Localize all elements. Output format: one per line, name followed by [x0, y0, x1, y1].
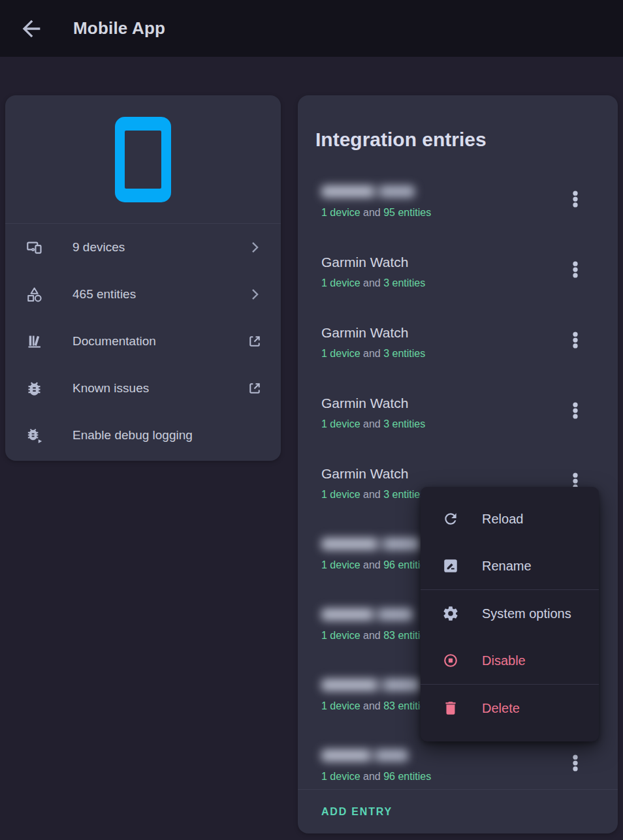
entry-menu-button[interactable]	[562, 397, 588, 424]
redacted-entry-name	[321, 679, 421, 691]
redacted-entry-name	[321, 608, 413, 621]
entry-devices-link[interactable]: 1 device	[321, 771, 360, 782]
info-item-label: Documentation	[72, 334, 246, 349]
info-item-bookshelf[interactable]: Documentation	[5, 318, 281, 365]
bug-play-icon	[25, 427, 43, 444]
redacted-entry-name	[321, 538, 421, 550]
entry-devices-link[interactable]: 1 device	[321, 630, 360, 641]
info-item-bug-play[interactable]: Enable debug logging	[5, 412, 281, 459]
entry-menu-button[interactable]	[562, 186, 588, 212]
entry-subtitle: 1 device and 95 entities	[321, 206, 559, 219]
entry-entities-link[interactable]: 3 entities	[383, 348, 425, 359]
info-item-bug[interactable]: Known issues	[5, 365, 281, 412]
integration-info-card: 9 devices 465 entities Documentation Kno…	[5, 95, 281, 461]
info-item-devices[interactable]: 9 devices	[5, 224, 281, 271]
entry-entities-link[interactable]: 96 entities	[383, 771, 431, 782]
entry-name	[321, 183, 559, 200]
entry-entities-link[interactable]: 95 entities	[383, 207, 431, 218]
dots-vertical-icon	[566, 189, 585, 209]
info-item-label: 465 entities	[72, 287, 246, 302]
entry-context-menu: Reload Rename System options Disable Del…	[421, 487, 599, 741]
context-menu-item-disable[interactable]: Disable	[421, 637, 599, 684]
delete-icon	[442, 700, 459, 717]
devices-icon	[25, 239, 43, 257]
shapes-icon	[25, 286, 43, 303]
entry-subtitle-joiner: and	[360, 700, 384, 711]
entry-subtitle-joiner: and	[360, 489, 384, 500]
dots-vertical-icon	[566, 753, 585, 773]
arrow-left-icon	[18, 16, 44, 42]
entry-subtitle: 1 device and 3 entities	[321, 347, 559, 360]
entry-subtitle-joiner: and	[360, 559, 384, 570]
reload-icon	[442, 510, 459, 527]
back-button[interactable]	[18, 16, 44, 42]
entry-entities-link[interactable]: 3 entities	[383, 489, 425, 500]
entry-menu-button[interactable]	[562, 257, 588, 283]
chevron-right-icon	[246, 239, 263, 256]
entry-name: Garmin Watch	[321, 254, 559, 271]
entry-subtitle-joiner: and	[360, 418, 384, 429]
integration-logo-area	[5, 95, 281, 224]
chevron-right-icon	[246, 286, 263, 303]
context-menu-item-label: System options	[482, 606, 571, 621]
context-menu-item-system-options[interactable]: System options	[421, 590, 599, 637]
stop-circle-icon	[442, 652, 459, 669]
redacted-entry-name	[321, 749, 408, 762]
info-link-list: 9 devices 465 entities Documentation Kno…	[5, 224, 281, 459]
rename-box-icon	[442, 557, 459, 574]
entry-subtitle-joiner: and	[360, 630, 384, 641]
integration-entry-row[interactable]: 1 device and 95 entities	[298, 170, 618, 240]
context-menu-item-label: Disable	[482, 653, 526, 668]
info-item-label: Enable debug logging	[72, 428, 263, 443]
info-item-shapes[interactable]: 465 entities	[5, 271, 281, 318]
entry-name: Garmin Watch	[321, 465, 559, 482]
dots-vertical-icon	[566, 401, 585, 420]
context-menu-item-label: Delete	[482, 701, 520, 716]
entry-entities-link[interactable]: 3 entities	[383, 418, 425, 429]
integration-entry-row[interactable]: Garmin Watch 1 device and 3 entities	[298, 311, 618, 381]
entry-devices-link[interactable]: 1 device	[321, 207, 360, 218]
entry-menu-button[interactable]	[562, 750, 588, 776]
context-menu-item-reload[interactable]: Reload	[421, 495, 599, 542]
entry-name: Garmin Watch	[321, 395, 559, 412]
entry-devices-link[interactable]: 1 device	[321, 277, 360, 288]
integration-entry-row[interactable]: Garmin Watch 1 device and 3 entities	[298, 240, 618, 311]
entry-subtitle: 1 device and 3 entities	[321, 277, 559, 290]
entry-name: Garmin Watch	[321, 324, 559, 341]
entry-menu-button[interactable]	[562, 327, 588, 353]
entry-subtitle-joiner: and	[360, 771, 384, 782]
dots-vertical-icon	[566, 330, 585, 350]
context-menu-item-rename[interactable]: Rename	[421, 542, 599, 589]
open-in-new-icon	[246, 333, 263, 350]
context-menu-item-label: Reload	[482, 512, 523, 527]
info-item-label: Known issues	[72, 381, 246, 396]
entry-subtitle-joiner: and	[360, 207, 384, 218]
entry-subtitle-joiner: and	[360, 277, 384, 288]
add-entry-button[interactable]: ADD ENTRY	[321, 806, 392, 818]
cog-icon	[442, 605, 459, 622]
entries-card-footer: ADD ENTRY	[298, 789, 618, 833]
cellphone-icon	[115, 117, 171, 202]
open-in-new-icon	[246, 380, 263, 397]
bookshelf-icon	[25, 333, 43, 350]
context-menu-item-label: Rename	[482, 559, 532, 574]
redacted-entry-name	[321, 185, 415, 198]
entry-devices-link[interactable]: 1 device	[321, 489, 360, 500]
entry-subtitle: 1 device and 3 entities	[321, 418, 559, 431]
bug-icon	[25, 380, 43, 397]
entry-devices-link[interactable]: 1 device	[321, 418, 360, 429]
entry-entities-link[interactable]: 3 entities	[383, 277, 425, 288]
entry-devices-link[interactable]: 1 device	[321, 348, 360, 359]
dots-vertical-icon	[566, 260, 585, 279]
info-item-label: 9 devices	[72, 240, 246, 255]
app-header: Mobile App	[0, 0, 623, 57]
entry-name	[321, 747, 559, 764]
entries-card-title: Integration entries	[298, 112, 618, 153]
entry-devices-link[interactable]: 1 device	[321, 559, 360, 570]
integration-entry-row[interactable]: Garmin Watch 1 device and 3 entities	[298, 381, 618, 452]
page-title: Mobile App	[73, 18, 165, 39]
context-menu-item-delete[interactable]: Delete	[421, 685, 599, 732]
entry-devices-link[interactable]: 1 device	[321, 700, 360, 711]
entry-subtitle-joiner: and	[360, 348, 384, 359]
entry-subtitle: 1 device and 96 entities	[321, 770, 559, 783]
